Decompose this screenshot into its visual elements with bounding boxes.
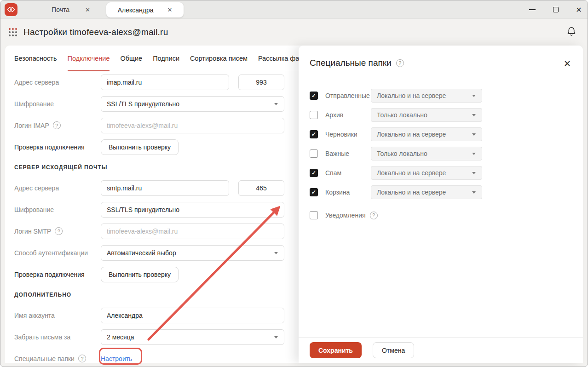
- close-tab-icon[interactable]: ✕: [85, 6, 90, 13]
- app-logo: [5, 3, 17, 16]
- archive-checkbox[interactable]: ✓: [310, 111, 318, 119]
- imap-port-input[interactable]: [238, 75, 284, 90]
- mail-app-logo-icon: [6, 5, 16, 14]
- check-icon: ✓: [311, 93, 316, 98]
- imap-server-input[interactable]: [101, 75, 229, 90]
- smtp-port-input[interactable]: [238, 180, 284, 196]
- bell-icon[interactable]: [565, 26, 577, 40]
- window-tab-strip: Почта ✕ Александра ✕ ✕: [0, 0, 588, 19]
- chevron-down-icon: [472, 133, 476, 136]
- spam-storage-select[interactable]: Локально и на сервере: [371, 166, 482, 180]
- settings-header: Настройки timofeeva-alexs@mail.ru: [0, 19, 588, 46]
- folder-label: Корзина: [325, 189, 371, 196]
- maximize-button[interactable]: [547, 0, 565, 19]
- smtp-encryption-label: Шифрование: [14, 206, 101, 213]
- folder-row-spam: ✓ Спам Локально и на сервере: [310, 163, 572, 183]
- folder-row-important: ✓ Важные Только локально: [310, 144, 572, 163]
- smtp-login-label: Логин SMTP ?: [14, 227, 101, 235]
- smtp-check-button[interactable]: Выполнить проверку: [101, 267, 179, 282]
- imap-check-label: Проверка подключения: [14, 143, 101, 151]
- apps-grid-icon[interactable]: [9, 28, 17, 36]
- maximize-icon: [553, 7, 559, 12]
- chevron-down-icon: [274, 209, 278, 211]
- chevron-down-icon: [472, 191, 476, 194]
- folder-row-trash: ✓ Корзина Локально и на сервере: [310, 183, 572, 202]
- trash-storage-select[interactable]: Локально и на сервере: [371, 185, 482, 199]
- drawer-title: Специальные папки: [310, 58, 392, 68]
- folder-row-sent: ✓ Отправленные Локально и на сервере: [310, 86, 572, 105]
- window-tab-alexandra-label: Александра: [118, 6, 154, 14]
- close-drawer-icon[interactable]: ✕: [564, 58, 571, 69]
- close-tab-icon[interactable]: ✕: [167, 6, 172, 13]
- imap-server-label: Адрес сервера: [14, 79, 101, 86]
- smtp-encryption-select[interactable]: SSL/TLS принудительно: [101, 202, 284, 218]
- save-button[interactable]: Сохранить: [310, 342, 362, 358]
- smtp-server-label: Адрес сервера: [14, 184, 101, 192]
- drawer-header: Специальные папки ?: [299, 46, 583, 68]
- minimize-icon: [529, 9, 536, 10]
- drafts-checkbox[interactable]: ✓: [310, 130, 318, 138]
- tab-connection[interactable]: Подключение: [68, 46, 110, 71]
- drafts-storage-select[interactable]: Локально и на сервере: [371, 127, 482, 141]
- fetch-period-select[interactable]: 2 месяца: [101, 329, 284, 345]
- content-area: Безопасность Подключение Общие Подписи С…: [0, 46, 588, 367]
- account-name-label: Имя аккаунта: [14, 312, 101, 319]
- special-folders-drawer: Специальные папки ? ✕ ✓ Отправленные Лок…: [299, 46, 583, 363]
- chevron-down-icon: [472, 114, 476, 116]
- close-window-button[interactable]: ✕: [570, 0, 588, 19]
- special-folders-label: Специальные папки ?: [14, 355, 101, 362]
- chevron-down-icon: [472, 153, 476, 155]
- help-icon[interactable]: ?: [53, 121, 61, 129]
- imap-check-button[interactable]: Выполнить проверку: [101, 139, 179, 155]
- important-checkbox[interactable]: ✓: [310, 149, 318, 158]
- tab-general[interactable]: Общие: [120, 46, 142, 71]
- storage-value: Только локально: [377, 111, 427, 119]
- account-name-input[interactable]: [101, 308, 284, 323]
- trash-checkbox[interactable]: ✓: [310, 188, 318, 196]
- folder-label: Архив: [325, 111, 371, 119]
- check-icon: ✓: [311, 189, 316, 195]
- folder-label: Спам: [325, 169, 371, 177]
- folder-row-drafts: ✓ Черновики Локально и на сервере: [310, 125, 572, 144]
- notifications-checkbox[interactable]: ✓: [310, 211, 318, 219]
- sent-checkbox[interactable]: ✓: [310, 92, 318, 100]
- important-storage-select[interactable]: Только локально: [371, 147, 482, 161]
- minimize-button[interactable]: [523, 0, 542, 19]
- tab-mail-sorting[interactable]: Сортировка писем: [190, 46, 248, 71]
- chevron-down-icon: [274, 252, 278, 254]
- imap-login-input[interactable]: [101, 118, 284, 133]
- notifications-row: ✓ Уведомления ?: [310, 206, 572, 225]
- sent-storage-select[interactable]: Локально и на сервере: [371, 89, 482, 103]
- cancel-button[interactable]: Отмена: [373, 342, 414, 358]
- folder-label: Черновики: [325, 131, 371, 138]
- tab-security[interactable]: Безопасность: [14, 46, 57, 71]
- smtp-encryption-value: SSL/TLS принудительно: [107, 206, 179, 213]
- help-icon[interactable]: ?: [55, 227, 63, 235]
- check-icon: ✓: [311, 170, 316, 176]
- help-icon[interactable]: ?: [370, 212, 378, 219]
- folder-options-list: ✓ Отправленные Локально и на сервере ✓ А…: [299, 86, 583, 225]
- spam-checkbox[interactable]: ✓: [310, 169, 318, 177]
- imap-encryption-select[interactable]: SSL/TLS принудительно: [101, 96, 284, 112]
- configure-special-folders-link[interactable]: Настроить: [101, 355, 132, 362]
- archive-storage-select[interactable]: Только локально: [371, 108, 482, 122]
- storage-value: Локально и на сервере: [377, 189, 446, 196]
- smtp-login-input[interactable]: [101, 224, 284, 239]
- fetch-period-value: 2 месяца: [107, 333, 134, 341]
- imap-encryption-value: SSL/TLS принудительно: [107, 100, 179, 108]
- smtp-auth-select[interactable]: Автоматический выбор: [101, 245, 284, 261]
- chevron-down-icon: [472, 172, 476, 174]
- tab-signatures[interactable]: Подписи: [153, 46, 179, 71]
- help-icon[interactable]: ?: [78, 355, 86, 362]
- storage-value: Локально и на сервере: [377, 169, 446, 177]
- window-tab-mail[interactable]: Почта ✕: [36, 0, 105, 19]
- storage-value: Локально и на сервере: [377, 92, 446, 99]
- app-window: Почта ✕ Александра ✕ ✕ Настройки timofee…: [0, 0, 588, 367]
- smtp-check-label: Проверка подключения: [14, 271, 101, 278]
- page-title: Настройки timofeeva-alexs@mail.ru: [23, 27, 168, 37]
- fetch-period-label: Забрать письма за: [14, 333, 101, 341]
- smtp-server-input[interactable]: [101, 180, 229, 196]
- help-icon[interactable]: ?: [396, 59, 404, 67]
- window-tab-alexandra[interactable]: Александра ✕: [106, 2, 184, 17]
- chevron-down-icon: [472, 95, 476, 97]
